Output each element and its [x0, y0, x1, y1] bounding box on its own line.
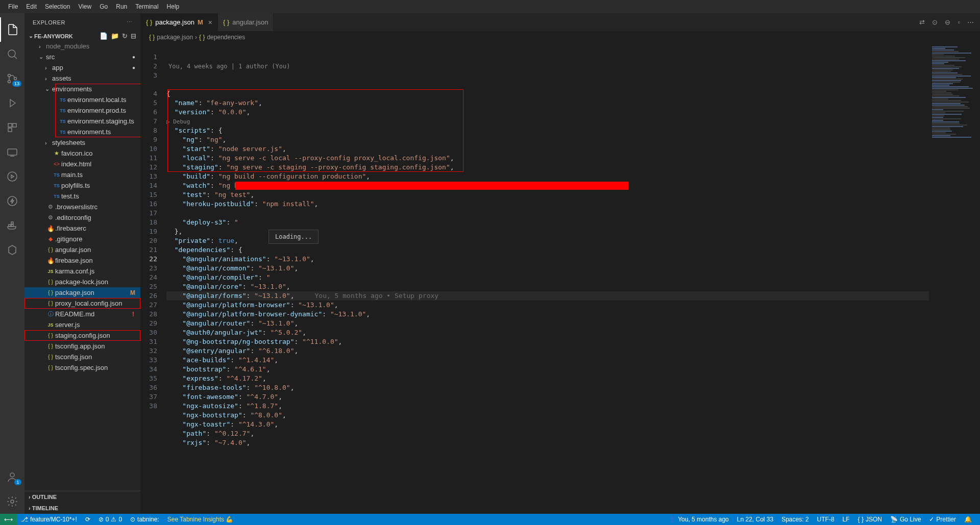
file-tsconfig-app-json[interactable]: tsconfig.app.json: [24, 341, 140, 352]
live-icon[interactable]: [0, 164, 24, 189]
tab-package-json[interactable]: { }package.jsonM×: [141, 13, 218, 31]
tab-angular-json[interactable]: { }angular.json: [218, 13, 274, 31]
split-icon[interactable]: ▫: [958, 18, 960, 26]
menu-go[interactable]: Go: [95, 3, 112, 10]
code-line-17[interactable]: "dependencies": {: [166, 245, 929, 255]
code-line-6[interactable]: "start": "node server.js",: [166, 144, 929, 154]
folder-app[interactable]: ›app●: [24, 62, 140, 73]
collapse-icon[interactable]: ⊟: [131, 32, 136, 40]
blame-status[interactable]: 👤You, 5 months ago: [664, 516, 733, 523]
timeline-section[interactable]: › TIMELINE: [24, 503, 140, 514]
extensions-icon[interactable]: [0, 115, 24, 140]
folder-environments[interactable]: ⌄environments: [24, 84, 140, 94]
encoding-button[interactable]: UTF-8: [813, 516, 839, 523]
folder-src[interactable]: ⌄src●: [24, 52, 140, 62]
code-line-18[interactable]: "@angular/animations": "~13.1.0",: [166, 255, 929, 264]
menu-view[interactable]: View: [74, 3, 95, 10]
new-file-icon[interactable]: 📄: [100, 32, 108, 40]
code-line-21[interactable]: "@angular/core": "~13.1.0",: [166, 282, 929, 291]
project-header[interactable]: ⌄ FE-ANYWORK 📄 📁 ↻ ⊟: [24, 31, 140, 41]
file--firebaserc[interactable]: .firebaserc: [24, 223, 140, 234]
code-line-37[interactable]: "path": "^0.12.7",: [166, 429, 929, 438]
run-circle-icon[interactable]: ⊙: [932, 18, 938, 26]
compare-icon[interactable]: ⇄: [919, 18, 925, 26]
bolt-icon[interactable]: [0, 189, 24, 213]
sync-button[interactable]: ⟳: [81, 516, 94, 523]
file--browserslistrc[interactable]: .browserslistrc: [24, 202, 140, 212]
file-environment-prod-ts[interactable]: TSenvironment.prod.ts: [24, 105, 140, 116]
docker-icon[interactable]: [0, 213, 24, 238]
more-icon[interactable]: ⋯: [967, 18, 974, 26]
file-polyfills-ts[interactable]: TSpolyfills.ts: [24, 180, 140, 191]
tabnine-insights[interactable]: See Tabnine Insights 💪: [163, 516, 238, 523]
code-line-4[interactable]: "scripts": {: [166, 126, 929, 135]
menu-edit[interactable]: Edit: [22, 3, 41, 10]
diff-icon[interactable]: ⊖: [945, 18, 950, 26]
code-line-23[interactable]: "@angular/platform-browser": "~13.1.0",: [166, 301, 929, 310]
go-live-button[interactable]: 📡Go Live: [886, 516, 925, 523]
menu-run[interactable]: Run: [112, 3, 131, 10]
code-line-13[interactable]: [166, 209, 929, 218]
code-line-3[interactable]: "version": "0.0.0",: [166, 108, 929, 117]
minimap[interactable]: [929, 43, 980, 514]
tabnine-status[interactable]: ⊙tabnine:: [126, 516, 163, 523]
file-firebase-json[interactable]: firebase.json: [24, 255, 140, 266]
code-editor[interactable]: You, 4 weeks ago | 1 author (You) { "nam…: [166, 43, 929, 514]
code-line-35[interactable]: "ngx-bootstrap": "^8.0.0",: [166, 411, 929, 420]
code-line-38[interactable]: "rxjs": "~7.4.0",: [166, 438, 929, 447]
file-main-ts[interactable]: TSmain.ts: [24, 169, 140, 180]
code-line-11[interactable]: "test": "ng test",: [166, 190, 929, 199]
file--editorconfig[interactable]: .editorconfig: [24, 212, 140, 223]
breadcrumb[interactable]: { } package.json › { } dependencies: [141, 31, 980, 43]
folder-assets[interactable]: ›assets: [24, 73, 140, 84]
file-favicon-ico[interactable]: favicon.ico: [24, 148, 140, 159]
code-line-9[interactable]: "build": "ng build --configuration produ…: [166, 172, 929, 181]
refresh-icon[interactable]: ↻: [122, 32, 128, 40]
menu-selection[interactable]: Selection: [41, 3, 74, 10]
code-line-25[interactable]: "@angular/router": "~13.1.0",: [166, 319, 929, 328]
file-karma-conf-js[interactable]: JSkarma.conf.js: [24, 266, 140, 277]
code-line-1[interactable]: {: [166, 89, 929, 98]
explorer-more-icon[interactable]: ⋯: [127, 19, 133, 26]
file-environment-staging-ts[interactable]: TSenvironment.staging.ts: [24, 116, 140, 127]
code-line-34[interactable]: "ngx-autosize": "^1.8.7",: [166, 402, 929, 411]
file--gitignore[interactable]: .gitignore: [24, 234, 140, 244]
scm-icon[interactable]: 13: [0, 66, 24, 91]
file-environment-ts[interactable]: TSenvironment.ts: [24, 127, 140, 137]
code-line-19[interactable]: "@angular/common": "~13.1.0",: [166, 264, 929, 273]
file-angular-json[interactable]: angular.json: [24, 244, 140, 255]
problems-button[interactable]: ⊘0⚠0: [94, 516, 126, 523]
file-tsconfig-json[interactable]: tsconfig.json: [24, 352, 140, 362]
file-server-js[interactable]: JSserver.js: [24, 319, 140, 330]
code-line-14[interactable]: "deploy-s3": ": [166, 218, 929, 227]
file-index-html[interactable]: index.html: [24, 159, 140, 169]
settings-icon[interactable]: [0, 489, 24, 514]
account-icon[interactable]: 1: [0, 465, 24, 489]
file-tsconfig-spec-json[interactable]: tsconfig.spec.json: [24, 362, 140, 373]
code-line-2[interactable]: "name": "fe-any-work",: [166, 98, 929, 108]
code-line-22[interactable]: "@angular/forms": "~13.1.0",You, 5 month…: [166, 291, 929, 301]
eol-button[interactable]: LF: [839, 516, 854, 523]
file-package-lock-json[interactable]: package-lock.json: [24, 277, 140, 287]
run-icon[interactable]: [0, 91, 24, 115]
menu-terminal[interactable]: Terminal: [131, 3, 162, 10]
file-test-ts[interactable]: TStest.ts: [24, 191, 140, 202]
code-line-12[interactable]: "heroku-postbuild": "npm install",: [166, 199, 929, 209]
code-line-26[interactable]: "@auth0/angular-jwt": "^5.0.2",: [166, 328, 929, 337]
file-package-json[interactable]: package.jsonM: [24, 287, 140, 298]
search-icon[interactable]: [0, 42, 24, 66]
menu-file[interactable]: File: [4, 3, 22, 10]
code-line-29[interactable]: "ace-builds": "^1.4.14",: [166, 356, 929, 365]
code-line-8[interactable]: "staging": "ng serve -c staging --proxy-…: [166, 163, 929, 172]
language-button[interactable]: { }JSON: [854, 516, 886, 523]
cursor-position[interactable]: Ln 22, Col 33: [733, 516, 777, 523]
code-line-30[interactable]: "bootstrap": "^4.6.1",: [166, 365, 929, 374]
branch-button[interactable]: ⎇feature/MC-10*+!: [17, 516, 81, 523]
code-line-33[interactable]: "font-awesome": "^4.7.0",: [166, 392, 929, 402]
remote-icon[interactable]: [0, 140, 24, 164]
code-line-24[interactable]: "@angular/platform-browser-dynamic": "~1…: [166, 310, 929, 319]
explorer-icon[interactable]: [0, 17, 24, 42]
code-line-20[interactable]: "@angular/compiler": ": [166, 273, 929, 282]
code-line-31[interactable]: "express": "^4.17.2",: [166, 374, 929, 383]
hex-icon[interactable]: [0, 238, 24, 262]
